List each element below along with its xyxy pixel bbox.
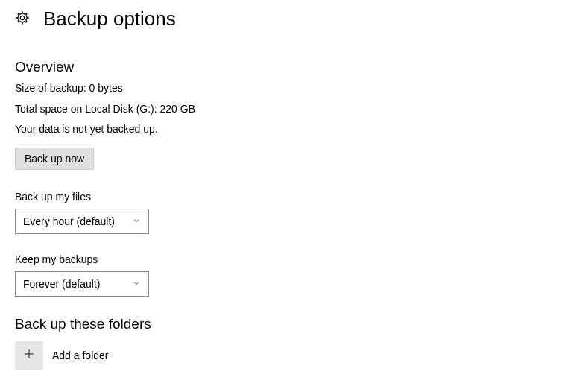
page-title: Backup options	[43, 7, 176, 31]
frequency-label: Back up my files	[15, 191, 573, 203]
retention-label: Keep my backups	[15, 253, 573, 265]
backup-status-text: Your data is not yet backed up.	[15, 122, 573, 137]
frequency-select[interactable]: Every hour (default)	[15, 209, 149, 234]
overview-heading: Overview	[15, 59, 573, 75]
frequency-selected-value: Every hour (default)	[23, 215, 115, 227]
gear-icon	[15, 10, 30, 28]
backup-size-text: Size of backup: 0 bytes	[15, 81, 573, 96]
retention-selected-value: Forever (default)	[23, 278, 100, 290]
plus-icon	[22, 347, 36, 364]
retention-select[interactable]: Forever (default)	[15, 271, 149, 297]
add-folder-item[interactable]: Add a folder	[15, 341, 573, 370]
add-folder-button[interactable]	[15, 341, 43, 370]
svg-point-0	[20, 16, 24, 19]
folders-heading: Back up these folders	[15, 316, 573, 332]
page-header: Backup options	[15, 7, 573, 31]
backup-now-button[interactable]: Back up now	[15, 148, 94, 170]
chevron-down-icon	[132, 278, 141, 290]
add-folder-label: Add a folder	[52, 349, 109, 361]
chevron-down-icon	[132, 215, 141, 227]
total-space-text: Total space on Local Disk (G:): 220 GB	[15, 102, 573, 117]
